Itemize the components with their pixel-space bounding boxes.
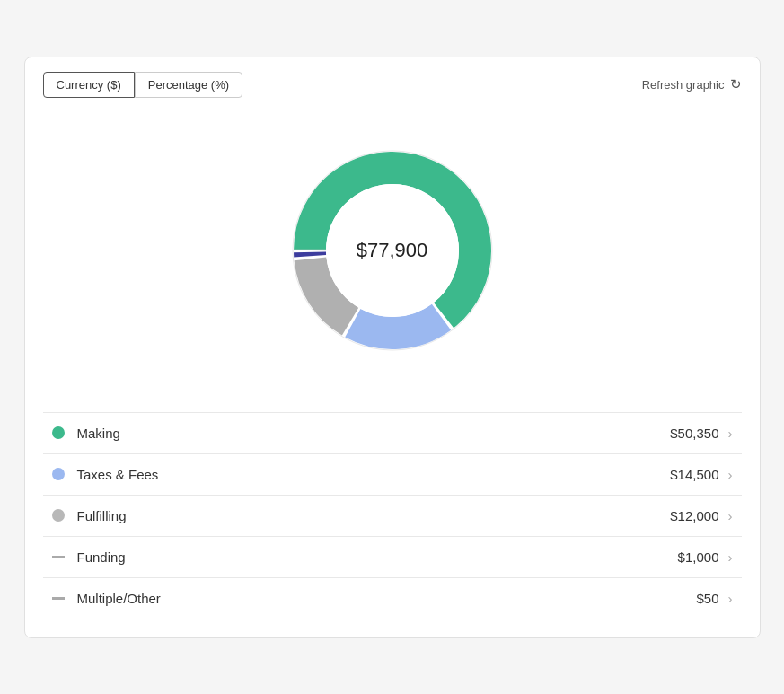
tab-currency[interactable]: Currency ($) [43, 72, 135, 98]
legend-dot-taxes [52, 468, 65, 480]
legend-item-making[interactable]: Making $50,350 › [43, 413, 742, 454]
chevron-funding: › [728, 549, 733, 565]
legend-value-taxes: $14,500 [670, 467, 718, 482]
legend-value-fulfilling: $12,000 [670, 508, 718, 523]
main-card: Currency ($) Percentage (%) Refresh grap… [24, 57, 761, 638]
legend-value-making: $50,350 [670, 426, 718, 441]
legend-value-multiple: $50 [696, 591, 718, 606]
donut-svg [267, 125, 518, 376]
legend-dot-funding [52, 556, 65, 558]
chart-area: $77,900 [43, 116, 742, 403]
legend-name-taxes: Taxes & Fees [77, 467, 671, 482]
legend-name-funding: Funding [77, 549, 678, 565]
legend-name-multiple: Multiple/Other [77, 591, 697, 606]
tab-percentage[interactable]: Percentage (%) [135, 72, 242, 98]
refresh-icon: ↻ [730, 76, 742, 92]
legend-item-multiple[interactable]: Multiple/Other $50 › [43, 578, 742, 619]
legend-dot-making [52, 426, 65, 439]
legend-value-funding: $1,000 [678, 549, 719, 565]
toolbar: Currency ($) Percentage (%) Refresh grap… [43, 72, 742, 98]
legend-item-taxes[interactable]: Taxes & Fees $14,500 › [43, 454, 742, 496]
legend-item-funding[interactable]: Funding $1,000 › [43, 537, 742, 578]
legend-item-fulfilling[interactable]: Fulfilling $12,000 › [43, 496, 742, 537]
chevron-multiple: › [728, 591, 733, 606]
legend-name-fulfilling: Fulfilling [77, 508, 671, 523]
view-tab-group: Currency ($) Percentage (%) [43, 72, 243, 98]
chevron-taxes: › [728, 467, 733, 482]
donut-chart: $77,900 [267, 125, 518, 376]
refresh-label: Refresh graphic [642, 78, 725, 92]
legend-dot-multiple [52, 597, 65, 600]
chevron-fulfilling: › [728, 508, 733, 523]
legend-name-making: Making [77, 426, 671, 441]
chevron-making: › [728, 426, 733, 441]
refresh-button[interactable]: Refresh graphic ↻ [642, 76, 742, 92]
legend-list: Making $50,350 › Taxes & Fees $14,500 › … [43, 412, 742, 619]
legend-dot-fulfilling [52, 509, 65, 522]
svg-point-1 [326, 184, 459, 317]
